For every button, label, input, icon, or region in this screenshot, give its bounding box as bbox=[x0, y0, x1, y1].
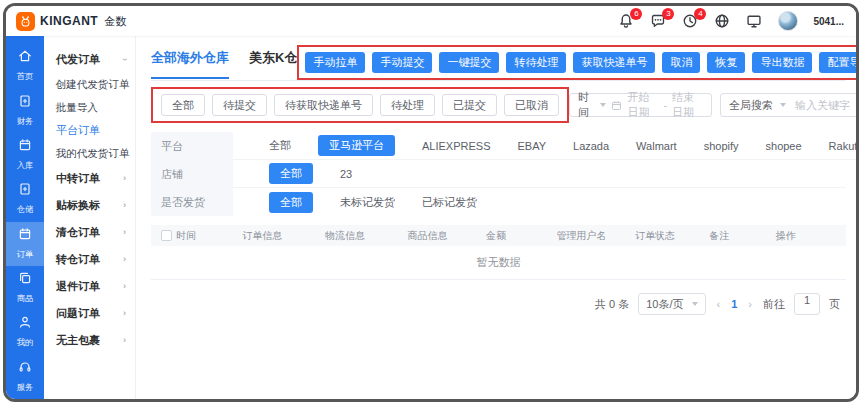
sidebar-item-label: 首页 bbox=[17, 71, 34, 83]
bell-icon[interactable]: 6 bbox=[618, 13, 635, 30]
submenu-item[interactable]: 批量导入› bbox=[44, 96, 131, 118]
submenu-item[interactable]: 问题订单› bbox=[44, 300, 135, 327]
filter-option[interactable]: Walmart bbox=[636, 140, 677, 152]
avatar[interactable] bbox=[778, 11, 798, 31]
filter-option[interactable]: 全部 bbox=[269, 192, 313, 213]
submenu: 代发订单› 创建代发货订单› 批量导入› 平台订单› 我的代发货订单› 中转订单… bbox=[44, 36, 136, 399]
sidebar-item-2[interactable]: 财务 bbox=[6, 88, 44, 132]
filter-option[interactable]: EBAY bbox=[517, 140, 546, 152]
submenu-item[interactable]: 平台订单› bbox=[44, 119, 135, 142]
submenu-item[interactable]: 创建代发货订单› bbox=[44, 73, 131, 95]
sidebar-item-4[interactable]: 仓储 bbox=[6, 177, 44, 221]
chevron-right-icon: › bbox=[123, 327, 126, 354]
sidebar-item-7[interactable]: 我的 bbox=[6, 310, 44, 354]
filter-option[interactable]: Lazada bbox=[573, 140, 609, 152]
warehouse-tabs: 全部海外仓库美东K仓 bbox=[151, 49, 297, 78]
goto-label: 前往 bbox=[763, 297, 785, 312]
submenu-item[interactable]: 转仓订单› bbox=[44, 246, 135, 273]
sidebar-item-3[interactable]: 入库 bbox=[6, 133, 44, 177]
action-button[interactable]: 获取快递单号 bbox=[573, 52, 655, 73]
submenu-item[interactable]: 无主包裹› bbox=[44, 327, 135, 354]
sidebar-rail: 首页财务入库仓储订单商品我的服务 bbox=[6, 36, 44, 399]
sidebar-item-label: 我的 bbox=[17, 337, 34, 349]
action-button[interactable]: 恢复 bbox=[707, 52, 745, 73]
warehouse-tab[interactable]: 全部海外仓库 bbox=[151, 49, 229, 79]
action-button[interactable]: 导出数据 bbox=[752, 52, 812, 73]
filter-option[interactable]: 亚马逊平台 bbox=[318, 135, 395, 156]
submenu-item[interactable]: 中转订单› bbox=[44, 165, 135, 192]
status-filter-button[interactable]: 待处理 bbox=[380, 94, 435, 116]
submenu-item[interactable]: 我的代发货订单› bbox=[44, 142, 131, 164]
time-range-control[interactable]: 时间 开始日期 - 结束日期 bbox=[569, 93, 712, 117]
logo[interactable]: KINGANT 金数 bbox=[16, 12, 126, 31]
submenu-item[interactable]: 贴标换标› bbox=[44, 192, 135, 219]
calendar-icon bbox=[18, 138, 32, 156]
person-icon bbox=[18, 315, 32, 333]
submenu-item[interactable]: 退件订单› bbox=[44, 273, 135, 300]
filter-row-label: 平台 bbox=[151, 132, 233, 160]
calendar-icon bbox=[611, 100, 622, 111]
sidebar-item-5[interactable]: 订单 bbox=[6, 222, 44, 266]
username[interactable]: 5041... bbox=[813, 16, 844, 27]
current-page-button[interactable]: 1 bbox=[731, 298, 737, 310]
chevron-right-icon: › bbox=[123, 273, 126, 300]
filter-options: 全部23 bbox=[233, 160, 846, 188]
action-button[interactable]: 转待处理 bbox=[506, 52, 566, 73]
globe-icon[interactable] bbox=[714, 13, 731, 30]
column-header: 备注 bbox=[705, 229, 771, 243]
action-button[interactable]: 手动拉单 bbox=[305, 52, 365, 73]
topbar-icon-group: 634 bbox=[618, 13, 763, 30]
filter-options: 全部亚马逊平台ALIEXPRESSEBAYLazadaWalmartshopif… bbox=[233, 132, 856, 160]
column-header: 时间 bbox=[172, 229, 238, 243]
filter-option[interactable]: 全部 bbox=[269, 138, 291, 153]
filter-option[interactable]: 全部 bbox=[269, 163, 313, 184]
clock-icon[interactable]: 4 bbox=[682, 13, 699, 30]
filter-option[interactable]: ALIEXPRESS bbox=[422, 140, 490, 152]
prev-page-button[interactable]: ‹ bbox=[715, 298, 723, 310]
sidebar-item-1[interactable]: 首页 bbox=[6, 44, 44, 88]
doc-plus-icon bbox=[18, 94, 32, 112]
chevron-right-icon: › bbox=[123, 246, 126, 273]
date-start-input[interactable]: 开始日期 bbox=[627, 90, 658, 120]
filter-option[interactable]: 已标记发货 bbox=[422, 195, 477, 210]
action-button[interactable]: 配置导出 bbox=[819, 52, 856, 73]
filter-search-row: 全部待提交待获取快递单号待处理已提交已取消 时间 开始日期 - 结束日期 全局搜… bbox=[151, 87, 846, 123]
action-button[interactable]: 一键提交 bbox=[439, 52, 499, 73]
chat-icon[interactable]: 3 bbox=[650, 13, 667, 30]
column-header: 操作 bbox=[772, 229, 846, 243]
notification-badge: 4 bbox=[694, 8, 706, 20]
sidebar-item-label: 仓储 bbox=[17, 204, 34, 216]
column-header: 金额 bbox=[482, 229, 552, 243]
filter-option[interactable]: shopify bbox=[704, 140, 739, 152]
status-filter-button[interactable]: 待获取快递单号 bbox=[274, 94, 373, 116]
status-filter-button[interactable]: 已提交 bbox=[442, 94, 497, 116]
sidebar-item-6[interactable]: 商品 bbox=[6, 266, 44, 310]
date-end-input[interactable]: 结束日期 bbox=[672, 90, 703, 120]
action-button[interactable]: 手动提交 bbox=[372, 52, 432, 73]
filter-option[interactable]: Rakuten bbox=[829, 140, 856, 152]
action-button[interactable]: 取消 bbox=[662, 52, 700, 73]
global-search-control[interactable]: 全局搜索 输入关键字 bbox=[720, 93, 856, 117]
filter-option[interactable]: 23 bbox=[340, 168, 352, 180]
monitor-icon[interactable] bbox=[746, 13, 763, 30]
warehouse-tab[interactable]: 美东K仓 bbox=[249, 49, 297, 78]
sidebar-item-8[interactable]: 服务 bbox=[6, 355, 44, 399]
submenu-item[interactable]: 清仓订单› bbox=[44, 219, 135, 246]
chevron-right-icon: › bbox=[123, 165, 126, 192]
submenu-item[interactable]: 代发订单› bbox=[44, 46, 135, 73]
filter-option[interactable]: 未标记发货 bbox=[340, 195, 395, 210]
select-all-checkbox[interactable] bbox=[161, 230, 172, 241]
goto-page-input[interactable]: 1 bbox=[794, 293, 820, 315]
page-size-select[interactable]: 10条/页 bbox=[638, 293, 705, 315]
column-header: 商品信息 bbox=[404, 229, 483, 243]
status-filter-button[interactable]: 待提交 bbox=[212, 94, 267, 116]
filter-option[interactable]: shopee bbox=[766, 140, 802, 152]
time-select-label[interactable]: 时间 bbox=[578, 90, 593, 120]
date-separator: - bbox=[663, 99, 667, 111]
next-page-button[interactable]: › bbox=[746, 298, 754, 310]
table-header: 时间订单信息物流信息商品信息金额管理用户名订单状态备注操作 bbox=[151, 225, 846, 246]
search-scope-select[interactable]: 全局搜索 bbox=[729, 98, 773, 113]
status-filter-button[interactable]: 已取消 bbox=[504, 94, 559, 116]
status-filter-button[interactable]: 全部 bbox=[161, 94, 205, 116]
keyword-input[interactable]: 输入关键字 bbox=[795, 98, 850, 113]
